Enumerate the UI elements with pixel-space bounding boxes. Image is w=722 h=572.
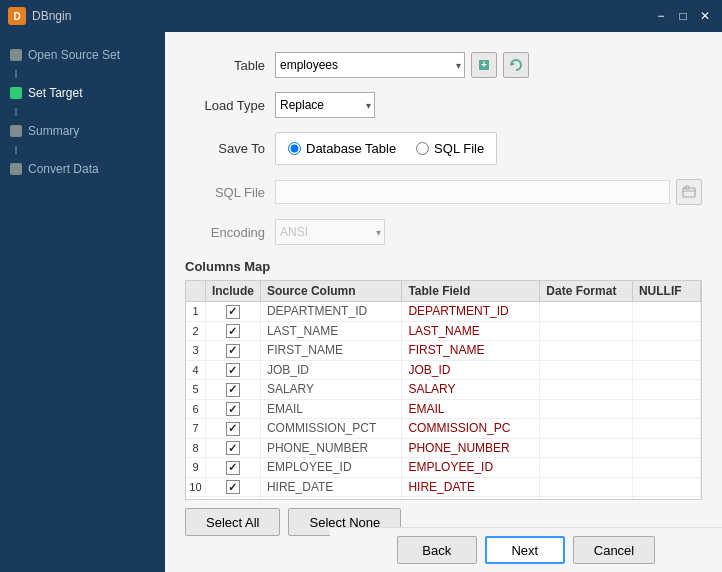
include-cell[interactable]	[205, 477, 260, 497]
table-row: 3 FIRST_NAME FIRST_NAME	[186, 341, 701, 361]
sidebar-item-set-target[interactable]: Set Target	[0, 78, 165, 108]
include-cell[interactable]	[205, 321, 260, 341]
include-checkbox[interactable]	[226, 344, 240, 358]
save-to-database-radio[interactable]	[288, 142, 301, 155]
save-to-sql-label: SQL File	[434, 141, 484, 156]
include-checkbox[interactable]	[226, 461, 240, 475]
date-format-cell	[540, 321, 633, 341]
include-checkbox[interactable]	[226, 305, 240, 319]
nullif-cell	[632, 399, 700, 419]
row-number: 1	[186, 302, 205, 322]
row-number: 5	[186, 380, 205, 400]
app-icon: D	[8, 7, 26, 25]
row-number: 9	[186, 458, 205, 478]
table-select-wrapper: employees	[275, 52, 465, 78]
table-row: 4 JOB_ID JOB_ID	[186, 360, 701, 380]
table-add-button[interactable]: +	[471, 52, 497, 78]
source-column-cell: EMPLOYEE_ID	[260, 458, 402, 478]
table-field-cell: LAST_NAME	[402, 321, 540, 341]
sql-file-controls	[275, 179, 702, 205]
table-select[interactable]: employees	[275, 52, 465, 78]
sql-file-row: SQL File	[185, 179, 702, 205]
include-cell[interactable]	[205, 497, 260, 501]
date-format-cell	[540, 458, 633, 478]
include-cell[interactable]	[205, 458, 260, 478]
sidebar-item-label: Summary	[28, 124, 79, 138]
table-field-cell: EMPLOYEE_ID	[402, 458, 540, 478]
include-checkbox[interactable]	[226, 441, 240, 455]
load-type-row: Load Type Replace Append Truncate	[185, 92, 702, 118]
include-checkbox[interactable]	[226, 363, 240, 377]
include-cell[interactable]	[205, 341, 260, 361]
include-cell[interactable]	[205, 380, 260, 400]
back-button[interactable]: Back	[397, 536, 477, 564]
step-indicator	[10, 49, 22, 61]
table-label: Table	[185, 58, 265, 73]
source-column-cell: PHONE_NUMBER	[260, 438, 402, 458]
sidebar-item-summary[interactable]: Summary	[0, 116, 165, 146]
columns-map-section: Columns Map Include Source Column Table …	[185, 259, 702, 536]
include-checkbox[interactable]	[226, 402, 240, 416]
cancel-button[interactable]: Cancel	[573, 536, 655, 564]
include-checkbox[interactable]	[226, 324, 240, 338]
nullif-cell	[632, 458, 700, 478]
table-field-cell: HIRE_DATE	[402, 477, 540, 497]
sql-file-browse-button[interactable]	[676, 179, 702, 205]
sidebar-item-convert-data[interactable]: Convert Data	[0, 154, 165, 184]
include-cell[interactable]	[205, 302, 260, 322]
col-header-include: Include	[205, 281, 260, 302]
date-format-cell	[540, 341, 633, 361]
nullif-cell	[632, 438, 700, 458]
table-row-field: Table employees +	[185, 52, 702, 78]
save-to-group: Database Table SQL File	[275, 132, 497, 165]
row-number: 7	[186, 419, 205, 439]
col-header-dateformat: Date Format	[540, 281, 633, 302]
nullif-cell	[632, 360, 700, 380]
svg-marker-2	[511, 62, 515, 66]
sql-file-input[interactable]	[275, 180, 670, 204]
row-number: 10	[186, 477, 205, 497]
include-cell[interactable]	[205, 438, 260, 458]
sidebar-item-label: Open Source Set	[28, 48, 120, 62]
table-controls: employees +	[275, 52, 529, 78]
minimize-button[interactable]: −	[652, 7, 670, 25]
select-all-button[interactable]: Select All	[185, 508, 280, 536]
nullif-cell	[632, 321, 700, 341]
title-bar: D DBngin − □ ✕	[0, 0, 722, 32]
save-to-database-label: Database Table	[306, 141, 396, 156]
encoding-row: Encoding ANSI	[185, 219, 702, 245]
include-checkbox[interactable]	[226, 480, 240, 494]
encoding-select[interactable]: ANSI	[275, 219, 385, 245]
include-cell[interactable]	[205, 360, 260, 380]
sidebar-item-open-source-set[interactable]: Open Source Set	[0, 40, 165, 70]
save-to-sql-option[interactable]: SQL File	[416, 141, 484, 156]
step-indicator	[10, 125, 22, 137]
date-format-cell	[540, 438, 633, 458]
source-column-cell: FIRST_NAME	[260, 341, 402, 361]
step-indicator	[10, 163, 22, 175]
sidebar-item-label: Set Target	[28, 86, 82, 100]
table-field-cell: PHONE_NUMBER	[402, 438, 540, 458]
include-checkbox[interactable]	[226, 500, 240, 501]
row-number: 8	[186, 438, 205, 458]
date-format-cell	[540, 477, 633, 497]
date-format-cell	[540, 360, 633, 380]
encoding-label: Encoding	[185, 225, 265, 240]
col-header-num	[186, 281, 205, 302]
table-row: 5 SALARY SALARY	[186, 380, 701, 400]
table-refresh-button[interactable]	[503, 52, 529, 78]
close-button[interactable]: ✕	[696, 7, 714, 25]
columns-map-title: Columns Map	[185, 259, 702, 274]
include-cell[interactable]	[205, 419, 260, 439]
include-cell[interactable]	[205, 399, 260, 419]
include-checkbox[interactable]	[226, 383, 240, 397]
maximize-button[interactable]: □	[674, 7, 692, 25]
content-area: Table employees + Load Type Replac	[165, 32, 722, 572]
next-button[interactable]: Next	[485, 536, 565, 564]
save-to-database-option[interactable]: Database Table	[288, 141, 396, 156]
save-to-sql-radio[interactable]	[416, 142, 429, 155]
columns-table: Include Source Column Table Field Date F…	[186, 281, 701, 500]
load-type-select[interactable]: Replace Append Truncate	[275, 92, 375, 118]
include-checkbox[interactable]	[226, 422, 240, 436]
nullif-cell	[632, 419, 700, 439]
